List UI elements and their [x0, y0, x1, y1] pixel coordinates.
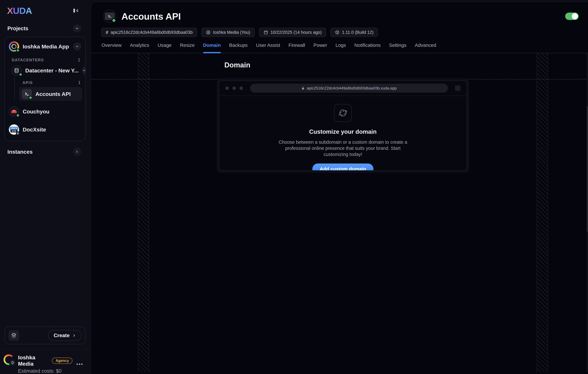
workspace-avatar: 0 — [3, 354, 14, 365]
package-icon — [335, 30, 340, 35]
layers-icon-container — [9, 330, 19, 341]
couch-icon — [11, 108, 17, 115]
owner-value: Ioshka Media (You) — [213, 30, 250, 35]
tab-overview[interactable]: Overview — [102, 43, 122, 53]
app-root: XUDA Projects Ioshka — [0, 0, 588, 374]
hash-icon: # — [106, 30, 108, 35]
account-menu-button[interactable]: ••• — [76, 362, 83, 367]
chevron-right-icon — [75, 150, 79, 154]
datacenters-label: DATACENTERS — [12, 58, 44, 62]
tab-backups[interactable]: Backups — [229, 43, 248, 53]
domain-card: apic2516c22dc4cb449a6bd0db93dbaa03b.xuda… — [217, 78, 469, 173]
scrollbar-thumb[interactable] — [587, 106, 588, 232]
browser-address-bar: apic2516c22dc4cb449a6bd0db93dbaa03b.xuda… — [250, 84, 448, 93]
sidebar-item-accounts-api[interactable]: Accounts API — [19, 87, 82, 101]
tab-usage[interactable]: Usage — [158, 43, 172, 53]
collapse-sidebar-glyph — [73, 8, 79, 13]
offline-status-dot — [16, 131, 20, 135]
sidebar-item-couchyou[interactable]: Couchyou — [7, 105, 83, 118]
projects-group: Ioshka Media App DATACENTERS 1 — [4, 37, 85, 141]
account-footer: 0 Ioshka Media Agency Estimated costs: $… — [0, 349, 90, 374]
online-status-dot — [16, 113, 20, 117]
create-button-label: Create — [53, 332, 70, 338]
terminal-icon — [24, 91, 30, 97]
project-collapse-button[interactable] — [73, 43, 81, 51]
browser-toolbar: apic2516c22dc4cb449a6bd0db93dbaa03b.xuda… — [219, 81, 467, 96]
projects-collapse-button[interactable] — [73, 24, 81, 32]
tab-user-assist[interactable]: User Assist — [256, 43, 280, 53]
tab-resize[interactable]: Resize — [180, 43, 195, 53]
database-icon — [14, 68, 20, 73]
docx-logo-top: DOCX — [10, 127, 18, 130]
layers-icon — [11, 332, 17, 339]
apis-label: APIS — [22, 80, 33, 85]
tab-advanced[interactable]: Advanced — [415, 43, 436, 53]
browser-extension-square — [455, 85, 461, 91]
tabs-bar: Overview Analytics Usage Resize Domain B… — [91, 43, 588, 53]
accounts-api-avatar — [22, 89, 32, 99]
tab-settings[interactable]: Settings — [389, 43, 406, 53]
tab-analytics[interactable]: Analytics — [130, 43, 149, 53]
calendar-icon — [263, 30, 268, 35]
page-header: Accounts API — [91, 2, 588, 23]
online-status-dot — [112, 18, 116, 23]
section-heading: Domain — [224, 61, 250, 69]
project-name: Ioshka Media App — [23, 43, 69, 50]
sidebar-item-datacenter[interactable]: Datacenter - New Y... — [7, 64, 83, 77]
estimated-costs: Estimated costs: $0 — [18, 368, 72, 374]
chevron-right-icon — [72, 334, 76, 337]
power-toggle[interactable] — [565, 12, 579, 20]
xuda-logo: XUDA — [7, 5, 32, 16]
datacenter-avatar — [11, 65, 22, 76]
instances-expand-button[interactable] — [73, 148, 81, 156]
datacenters-count: 1 — [78, 57, 80, 63]
ioshka-media-app-avatar — [9, 41, 19, 52]
chevron-down-icon — [75, 44, 79, 48]
tab-logs[interactable]: Logs — [336, 43, 346, 53]
meta-badges-row: # apic2516c22dc4cb449a6bd0db93dbaa03b Io… — [91, 23, 588, 37]
empty-state-description: Choose between a subdomain or a custom d… — [279, 139, 407, 157]
accounts-api-header-avatar — [103, 10, 116, 23]
tab-firewall[interactable]: Firewall — [289, 43, 305, 53]
api-id-badge: # apic2516c22dc4cb449a6bd0db93dbaa03b — [101, 28, 197, 37]
online-status-dot — [19, 73, 22, 76]
create-button[interactable]: Create — [48, 330, 82, 341]
tab-domain[interactable]: Domain — [203, 43, 221, 53]
api-name: Accounts API — [35, 91, 71, 97]
globe-icon — [337, 108, 348, 118]
sidebar-collapse-icon[interactable] — [71, 7, 80, 14]
datacenter-name: Datacenter - New Y... — [25, 67, 79, 74]
agency-badge: Agency — [52, 358, 72, 364]
add-custom-domain-button[interactable]: Add custom domain — [312, 163, 373, 171]
chevron-down-icon — [75, 26, 79, 31]
globe-icon-container — [334, 104, 352, 122]
notification-count-badge: 0 — [9, 359, 16, 366]
project-name: Couchyou — [23, 108, 49, 115]
version-badge: 1.11.0 (Build 12) — [330, 28, 378, 37]
couchyou-avatar — [9, 106, 19, 117]
tab-power[interactable]: Power — [314, 43, 327, 53]
sidebar-item-docxsite[interactable]: DOCX SITE DocXsite — [7, 123, 83, 136]
page-title: Accounts API — [121, 11, 181, 22]
owner-badge: Ioshka Media (You) — [201, 28, 255, 37]
datacenter-collapse-button[interactable] — [82, 66, 86, 75]
projects-section-title: Projects — [7, 25, 28, 32]
docxsite-avatar: DOCX SITE — [9, 124, 19, 135]
apis-count: 1 — [78, 80, 81, 85]
decorative-hatch-band — [138, 53, 149, 372]
workspace-name: Ioshka Media — [18, 354, 49, 367]
sidebar: XUDA Projects Ioshka — [0, 0, 90, 374]
tab-notifications[interactable]: Notifications — [354, 43, 380, 53]
scrollbar-track[interactable] — [587, 53, 588, 372]
user-icon — [206, 30, 211, 35]
main-panel: Accounts API # apic2516c22dc4cb449a6bd0d… — [91, 2, 588, 374]
online-status-dot — [16, 48, 20, 52]
browser-window-dots — [225, 86, 243, 90]
lock-icon — [301, 86, 305, 90]
domain-tab-content: Domain apic2516c22dc4cb449a6bd0db93dbaa0… — [91, 53, 588, 372]
sidebar-item-ioshka-media-app[interactable]: Ioshka Media App — [7, 40, 83, 53]
decorative-hatch-band — [537, 53, 548, 372]
api-id-value: apic2516c22dc4cb449a6bd0db93dbaa03b — [111, 30, 193, 35]
version-value: 1.11.0 (Build 12) — [342, 30, 373, 35]
browser-url: apic2516c22dc4cb449a6bd0db93dbaa03b.xuda… — [307, 86, 397, 90]
